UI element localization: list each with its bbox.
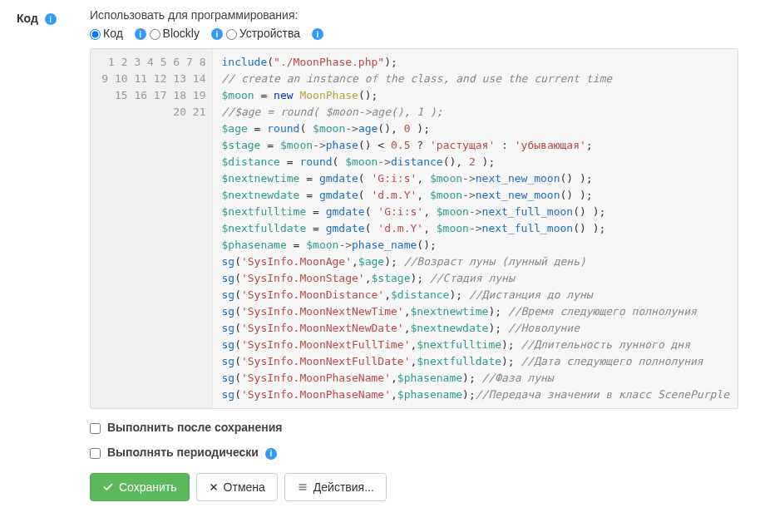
- check-icon: [102, 481, 114, 493]
- info-icon[interactable]: i: [265, 448, 277, 460]
- cancel-button[interactable]: Отмена: [196, 473, 278, 501]
- line-gutter: 1 2 3 4 5 6 7 8 9 10 11 12 13 14 15 16 1…: [91, 49, 213, 408]
- section-label: Использовать для программирования:: [90, 8, 743, 22]
- actions-button[interactable]: Действия...: [284, 473, 387, 501]
- menu-icon: [297, 482, 308, 492]
- code-content[interactable]: include("./MoonPhase.php"); // create an…: [213, 49, 738, 408]
- info-icon[interactable]: i: [312, 28, 323, 40]
- close-icon: [209, 482, 219, 492]
- code-editor[interactable]: 1 2 3 4 5 6 7 8 9 10 11 12 13 14 15 16 1…: [90, 48, 738, 409]
- radio-code[interactable]: Код: [90, 27, 123, 40]
- info-icon[interactable]: i: [45, 13, 57, 25]
- mode-radio-group: Код i Blockly i Устройства i: [90, 27, 743, 40]
- radio-blockly[interactable]: Blockly: [150, 27, 200, 40]
- field-label: Код i: [17, 8, 67, 501]
- info-icon[interactable]: i: [211, 28, 223, 40]
- radio-devices[interactable]: Устройства: [226, 27, 300, 40]
- checkbox-run-periodically[interactable]: Выполнять периодически i: [90, 446, 743, 459]
- info-icon[interactable]: i: [135, 28, 146, 40]
- save-button[interactable]: Сохранить: [90, 473, 190, 501]
- checkbox-run-after-save[interactable]: Выполнить после сохранения: [90, 421, 743, 434]
